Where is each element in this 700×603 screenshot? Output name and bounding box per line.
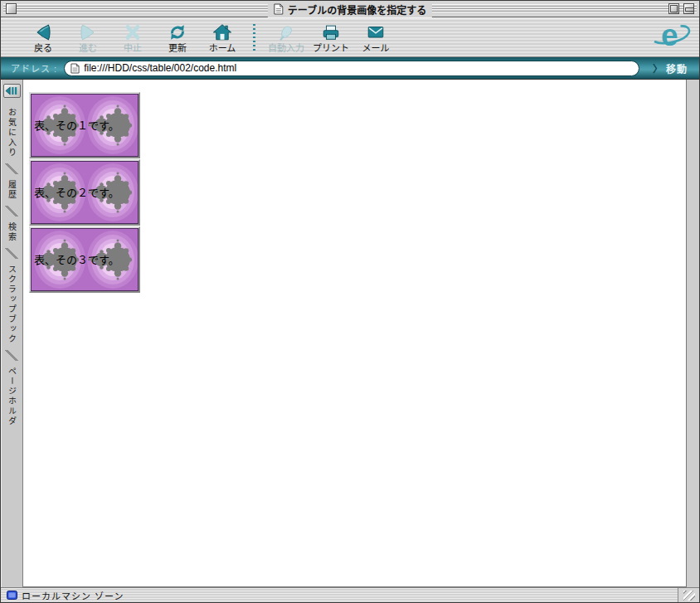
mail-button[interactable]: メール — [357, 21, 395, 54]
title-group: テーブルの背景画像を指定する — [268, 1, 432, 17]
close-box[interactable] — [6, 3, 17, 14]
table-3-text: 表、その３です。 — [34, 251, 119, 267]
forward-icon — [78, 22, 98, 43]
forward-button[interactable]: 進む — [69, 21, 107, 54]
sidebar-collapse-button[interactable] — [3, 84, 21, 98]
collapse-sidebar-icon — [5, 86, 18, 95]
forward-label: 進む — [79, 43, 97, 54]
mail-icon — [366, 22, 386, 43]
stop-button[interactable]: 中止 — [114, 21, 152, 54]
refresh-icon — [168, 22, 187, 43]
address-field[interactable] — [64, 61, 639, 76]
print-label: プリント — [313, 43, 349, 54]
back-icon — [33, 22, 53, 43]
back-label: 戻る — [34, 43, 52, 54]
sidebar-tab-favorites[interactable]: お気に入り — [6, 108, 18, 158]
zone-status-text: ローカルマシン ゾーン — [22, 589, 124, 602]
sidebar-tab-divider — [5, 350, 18, 361]
home-icon — [212, 22, 232, 43]
sidebar-tab-divider — [5, 248, 18, 259]
refresh-button[interactable]: 更新 — [158, 21, 197, 54]
go-arrow-icon: 〉 — [653, 61, 663, 75]
table-1: 表、その１です。 — [29, 92, 140, 158]
sidebar-tab-scrapbook[interactable]: スクラップブック — [6, 265, 18, 344]
go-label: 移動 — [666, 61, 688, 75]
window-title: テーブルの背景画像を指定する — [288, 2, 426, 17]
zoom-box[interactable] — [668, 3, 679, 14]
internet-explorer-logo: e — [653, 19, 691, 56]
home-label: ホーム — [209, 43, 236, 54]
address-input[interactable] — [84, 62, 633, 74]
sidebar-tab-pageholder[interactable]: ページホルダ — [6, 367, 18, 426]
toolbar: 戻る 進む 中止 更新 ホーム — [1, 17, 699, 57]
sidebar-tab-history[interactable]: 履歴 — [6, 180, 18, 200]
resize-grip[interactable] — [678, 588, 699, 602]
document-icon — [274, 3, 284, 15]
go-button[interactable]: 〉 移動 — [646, 61, 694, 75]
stop-label: 中止 — [124, 43, 142, 54]
home-button[interactable]: ホーム — [203, 21, 241, 54]
mail-label: メール — [362, 43, 390, 54]
autofill-label: 自動入力 — [268, 43, 304, 54]
sidebar-tab-divider — [5, 206, 18, 216]
toolbar-separator — [253, 24, 255, 51]
stop-icon — [123, 22, 143, 43]
collapse-box[interactable] — [683, 3, 694, 14]
table-2-text: 表、その２です。 — [34, 184, 119, 200]
page-icon — [70, 63, 80, 74]
sidebar-tab-search[interactable]: 検索 — [6, 222, 18, 242]
resize-grip-lines-icon — [683, 591, 695, 601]
sidebar-tab-divider — [5, 163, 18, 174]
main-area: お気に入り 履歴 検索 スクラップブック ページホルダ — [1, 80, 699, 587]
print-icon — [321, 22, 341, 43]
security-zone-icon — [7, 591, 17, 600]
svg-text:e: e — [661, 19, 678, 52]
table-2: 表、その２です。 — [29, 159, 140, 226]
address-label: アドレス : — [11, 61, 57, 75]
sidebar-tab-strip: お気に入り 履歴 検索 スクラップブック ページホルダ — [1, 80, 23, 587]
back-button[interactable]: 戻る — [24, 21, 62, 54]
autofill-button[interactable]: 自動入力 — [267, 21, 305, 54]
table-1-text: 表、その１です。 — [34, 117, 119, 133]
autofill-icon — [276, 22, 296, 43]
title-bar: テーブルの背景画像を指定する — [1, 1, 699, 17]
table-3: 表、その３です。 — [29, 226, 140, 293]
page-content: 表、その１です。 — [23, 80, 687, 587]
address-bar: アドレス : 〉 移動 — [1, 57, 699, 80]
refresh-label: 更新 — [168, 43, 187, 54]
browser-window: テーブルの背景画像を指定する 戻る 進む 中止 — [0, 0, 700, 603]
status-bar: ローカルマシン ゾーン — [1, 587, 699, 602]
print-button[interactable]: プリント — [312, 21, 350, 54]
